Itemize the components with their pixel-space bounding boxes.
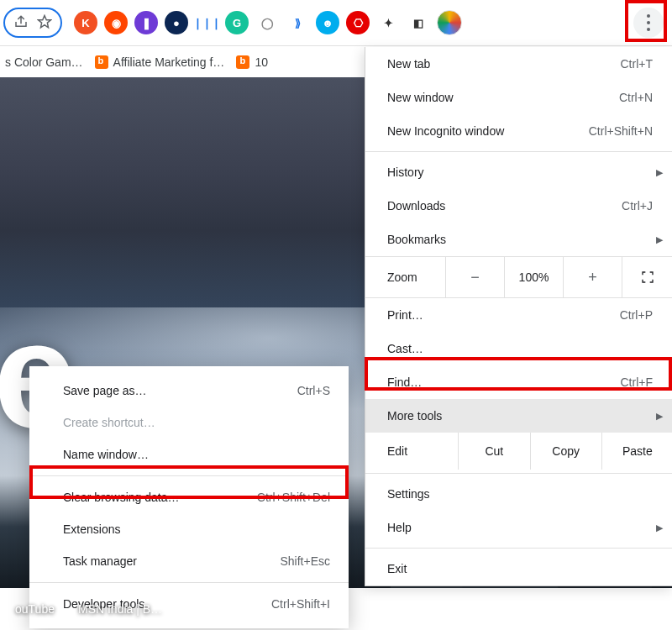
favicon-icon [95, 55, 108, 69]
similarweb-icon[interactable]: ● [165, 11, 188, 34]
favicon-icon [236, 55, 249, 69]
chevron-right-icon: ▶ [656, 234, 663, 245]
menu-print[interactable]: Print…Ctrl+P [365, 298, 672, 332]
tab-label[interactable]: MSN India | B… [78, 602, 162, 616]
chrome-main-menu: New tabCtrl+T New windowCtrl+N New Incog… [365, 47, 672, 586]
chevron-right-icon: ▶ [656, 411, 663, 422]
chevron-right-icon: ▶ [656, 167, 663, 178]
submenu-task-manager[interactable]: Task managerShift+Esc [29, 545, 349, 577]
highlight-clear-data [29, 465, 349, 499]
menu-edit-row: Edit Cut Copy Paste [365, 433, 672, 470]
reddit-icon[interactable]: ◉ [104, 11, 128, 34]
menu-downloads[interactable]: DownloadsCtrl+J [365, 189, 672, 223]
chevron-right-icon: ▶ [656, 522, 663, 533]
menu-help[interactable]: Help▶ [365, 511, 672, 544]
bottom-tab-labels: ouTube MSN India | B… [0, 588, 672, 630]
submenu-create-shortcut[interactable]: Create shortcut… [29, 407, 349, 438]
vpn-icon[interactable]: ◯ [255, 11, 279, 34]
k-icon[interactable]: K [74, 11, 97, 34]
edit-label: Edit [365, 444, 458, 458]
profile-icon[interactable] [437, 10, 462, 35]
zoom-in-button[interactable]: + [563, 257, 622, 297]
tab-label[interactable]: ouTube [15, 602, 55, 616]
menu-more-tools[interactable]: More tools▶ [365, 399, 672, 433]
highlight-more-tools [365, 357, 672, 391]
highlight-kebab [625, 0, 667, 42]
url-bar[interactable] [3, 8, 62, 38]
cut-button[interactable]: Cut [458, 433, 529, 470]
bookmark-item[interactable]: 10 [236, 55, 268, 69]
bookmark-item[interactable]: s Color Gam… [5, 55, 83, 69]
zoom-percent: 100% [504, 257, 563, 297]
submenu-extensions[interactable]: Extensions [29, 513, 349, 545]
menu-new-tab[interactable]: New tabCtrl+T [365, 47, 672, 81]
menu-new-window[interactable]: New windowCtrl+N [365, 81, 672, 114]
menu-zoom-row: Zoom − 100% + [365, 256, 672, 298]
paste-button[interactable]: Paste [601, 433, 672, 470]
extensions-icon[interactable]: ✦ [376, 11, 400, 34]
menu-bookmarks[interactable]: Bookmarks▶ [365, 223, 672, 256]
analytics-icon[interactable]: ❚ [134, 11, 158, 34]
ghostery-icon[interactable]: ☻ [316, 11, 339, 34]
sound-icon[interactable]: ⟫ [286, 11, 309, 34]
menu-incognito[interactable]: New Incognito windowCtrl+Shift+N [365, 114, 672, 148]
share-icon[interactable] [13, 14, 29, 32]
fullscreen-button[interactable] [622, 257, 672, 297]
browser-toolbar: K◉❚●❘❘❘G◯⟫☻⎔✦◧ [0, 0, 672, 46]
sidepanel-icon[interactable]: ◧ [407, 11, 430, 34]
watermark: wsken.com [613, 601, 664, 612]
bars-icon[interactable]: ❘❘❘ [195, 11, 218, 34]
copy-button[interactable]: Copy [530, 433, 601, 470]
submenu-save-page[interactable]: Save page as…Ctrl+S [29, 375, 349, 407]
zoom-out-button[interactable]: − [445, 257, 504, 297]
menu-settings[interactable]: Settings [365, 477, 672, 511]
grammarly-icon[interactable]: G [225, 11, 249, 34]
zoom-label: Zoom [365, 270, 445, 284]
bookmark-item[interactable]: Affiliate Marketing f… [95, 55, 225, 69]
menu-history[interactable]: History▶ [365, 155, 672, 189]
ublock-icon[interactable]: ⎔ [346, 11, 370, 34]
menu-exit[interactable]: Exit [365, 552, 672, 585]
star-icon[interactable] [37, 14, 52, 32]
